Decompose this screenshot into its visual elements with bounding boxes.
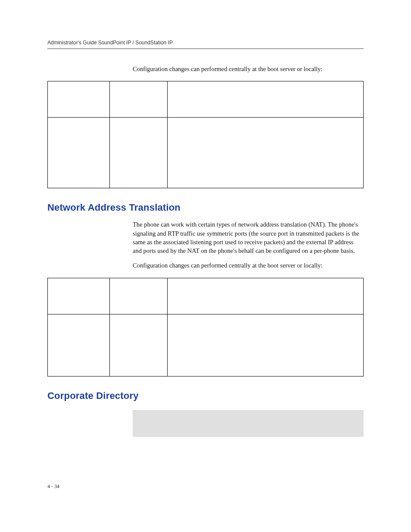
- table-cell: [168, 278, 364, 314]
- nat-paragraph-2: Configuration changes can performed cent…: [133, 261, 364, 270]
- nat-paragraph-1: The phone can work with certain types of…: [133, 220, 364, 255]
- table-cell: [48, 81, 110, 118]
- heading-corporate-directory: Corporate Directory: [47, 390, 364, 401]
- table-cell: [48, 118, 110, 188]
- table-cell: [168, 314, 364, 376]
- heading-nat: Network Address Translation: [47, 202, 364, 213]
- page-container: Administrator's Guide SoundPoint IP / So…: [0, 0, 411, 437]
- config-table-2: [47, 278, 364, 376]
- table-row: [48, 81, 364, 118]
- intro-paragraph: Configuration changes can performed cent…: [133, 65, 364, 73]
- page-number: 4 - 34: [47, 483, 59, 490]
- table-row: [48, 278, 364, 314]
- table-row: [48, 118, 364, 188]
- table-cell: [48, 278, 110, 314]
- table-cell: [110, 81, 168, 118]
- table-cell: [168, 118, 364, 188]
- callout-box: [133, 410, 364, 437]
- table-row: [48, 314, 364, 376]
- running-header: Administrator's Guide SoundPoint IP / So…: [47, 40, 364, 49]
- table-cell: [48, 314, 110, 376]
- config-table-1: [47, 81, 364, 188]
- table-cell: [168, 81, 364, 118]
- table-cell: [110, 118, 168, 188]
- table-cell: [110, 314, 168, 376]
- table-cell: [110, 278, 168, 314]
